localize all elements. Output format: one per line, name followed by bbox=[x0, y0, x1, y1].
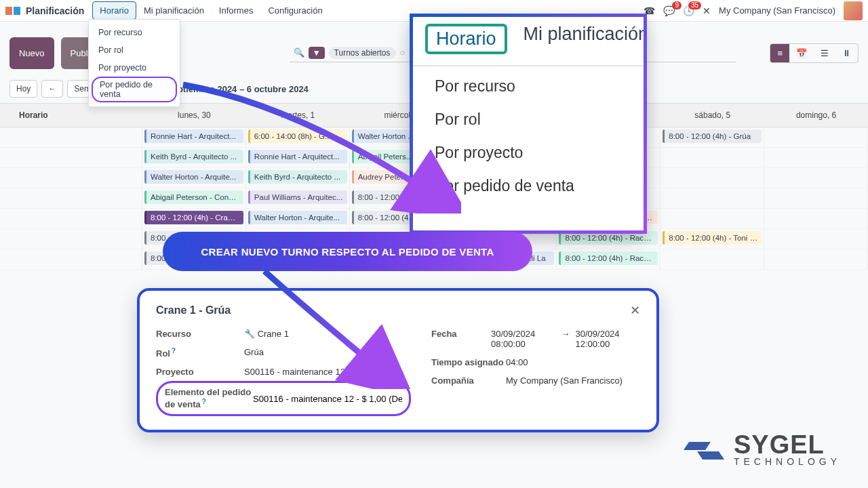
prev-button[interactable]: ← bbox=[41, 80, 63, 98]
row-axis-label: Horario bbox=[0, 104, 142, 127]
module-name: Planificación bbox=[26, 5, 84, 16]
menu-horario[interactable]: Horario bbox=[92, 1, 136, 20]
annotation-banner: CREAR NUEVO TURNO RESPECTO AL PEDIDO DE … bbox=[163, 232, 532, 271]
date-from: 30/09/2024 08:00:00 bbox=[491, 329, 555, 349]
annotation-arrow-1 bbox=[176, 78, 461, 214]
mag-item-recurso: Por recurso bbox=[435, 77, 622, 96]
shift-slot[interactable]: 8:00 - 12:00 (4h) - Grúa bbox=[663, 129, 762, 143]
dropdown-item-pedido-venta[interactable]: Por pedido de venta bbox=[92, 77, 177, 102]
close-icon[interactable]: ✕ bbox=[630, 303, 640, 318]
day-header: sábado, 5 bbox=[660, 104, 764, 127]
dropdown-item-recurso[interactable]: Por recurso bbox=[89, 24, 180, 41]
alloc-value: 04:00 bbox=[506, 357, 528, 367]
svg-rect-0 bbox=[5, 7, 12, 15]
debug-icon[interactable]: ✕ bbox=[703, 5, 711, 16]
mag-tab-horario: Horario bbox=[425, 24, 507, 54]
arrow-icon: → bbox=[561, 329, 570, 339]
mag-item-proyecto: Por proyecto bbox=[435, 144, 622, 162]
search-icon: 🔍 bbox=[294, 47, 304, 58]
view-list[interactable]: ☰ bbox=[814, 44, 835, 62]
svg-rect-1 bbox=[14, 7, 20, 15]
shift-slot[interactable]: 8:00 - 12:00 (4h) - Toni Ji... bbox=[663, 231, 762, 245]
annotation-arrow-2 bbox=[251, 267, 414, 389]
so-label: Elemento del pedido de venta bbox=[165, 387, 251, 409]
mag-tab-miplan: Mi planificación bbox=[524, 24, 647, 54]
company-label: Compañía bbox=[431, 375, 506, 386]
filter-chip-1[interactable]: Turnos abiertos bbox=[329, 47, 396, 59]
mag-item-pedido: Por pedido de venta bbox=[435, 177, 622, 195]
view-calendar[interactable]: 📅 bbox=[789, 44, 814, 62]
watermark-brand: SYGEL TECHNOLOGY bbox=[684, 430, 841, 470]
so-input[interactable] bbox=[253, 394, 402, 404]
resource-label: Recurso bbox=[156, 329, 244, 339]
card-title: Crane 1 - Grúa bbox=[156, 304, 231, 317]
activity-icon[interactable]: 🕓35 bbox=[683, 5, 694, 16]
menu-mi-planificacion[interactable]: Mi planificación bbox=[136, 1, 212, 20]
date-to: 30/09/2024 12:00:00 bbox=[576, 329, 640, 349]
brand-sub: TECHNOLOGY bbox=[734, 456, 841, 467]
project-label: Proyecto bbox=[156, 367, 244, 377]
dropdown-item-rol[interactable]: Por rol bbox=[89, 41, 180, 59]
chat-icon[interactable]: 💬9 bbox=[663, 5, 675, 16]
shift-slot[interactable]: 8:00 - 12:00 (4h) - Rachel bbox=[559, 251, 658, 265]
phone-icon[interactable]: ☎ bbox=[644, 5, 655, 16]
menu-configuracion[interactable]: Configuración bbox=[260, 1, 330, 20]
horario-dropdown: Por recurso Por rol Por proyecto Por ped… bbox=[88, 19, 180, 107]
date-label: Fecha bbox=[431, 329, 491, 339]
mag-item-rol: Por rol bbox=[435, 110, 622, 129]
day-header: domingo, 6 bbox=[764, 104, 868, 127]
dropdown-item-proyecto[interactable]: Por proyecto bbox=[89, 59, 180, 77]
app-logo bbox=[5, 5, 22, 16]
main-menu: Horario Mi planificación Informes Config… bbox=[92, 1, 330, 20]
alloc-label: Tiempo asignado bbox=[431, 357, 506, 367]
view-switcher: ≡ 📅 ☰ ⏸ bbox=[770, 43, 859, 63]
brand-name: SYGEL bbox=[734, 433, 841, 456]
view-gantt[interactable]: ≡ bbox=[770, 44, 789, 62]
new-button[interactable]: Nuevo bbox=[9, 37, 54, 69]
brand-mark-icon bbox=[684, 430, 724, 470]
filter-icon[interactable]: ▼ bbox=[309, 47, 325, 59]
company-value: My Company (San Francisco) bbox=[506, 375, 623, 386]
company-switcher[interactable]: My Company (San Francisco) bbox=[719, 5, 835, 16]
user-avatar[interactable] bbox=[844, 1, 863, 20]
role-label: Rol bbox=[156, 348, 170, 359]
systray: ☎ 💬9 🕓35 ✕ My Company (San Francisco) bbox=[644, 1, 863, 20]
view-kanban[interactable]: ⏸ bbox=[835, 44, 858, 62]
menu-informes[interactable]: Informes bbox=[212, 1, 261, 20]
today-button[interactable]: Hoy bbox=[9, 80, 37, 98]
